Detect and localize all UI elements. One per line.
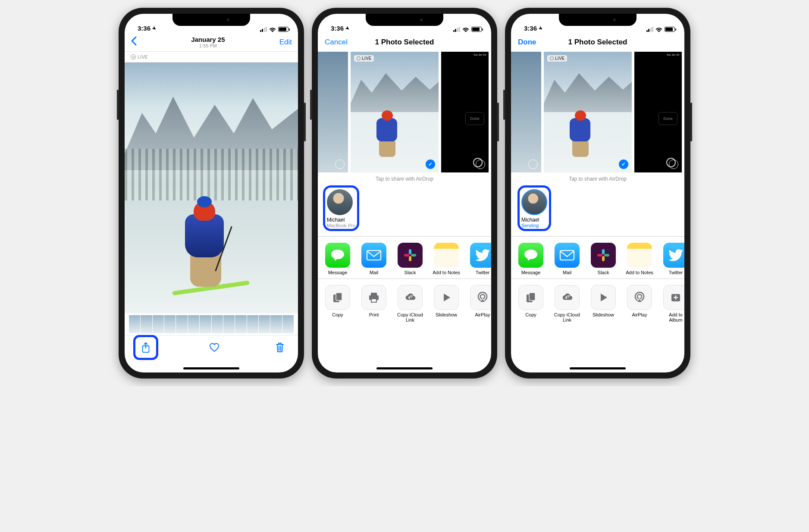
- status-indicators: [260, 27, 289, 32]
- cancel-button[interactable]: Cancel: [325, 38, 351, 47]
- print-icon: [361, 285, 386, 310]
- phone-frame-3: 3:36➤ Done 1 Photo Selected LIVE ✓ Sat J…: [505, 8, 690, 379]
- contact-name: Michael: [327, 217, 355, 223]
- app-notes[interactable]: Add to Notes: [626, 243, 653, 275]
- svg-rect-8: [336, 293, 342, 300]
- share-photo-next[interactable]: Sat Jan 26 Done: [441, 52, 489, 172]
- notch: [366, 14, 443, 26]
- svg-point-23: [637, 294, 642, 299]
- app-mail[interactable]: Mail: [360, 243, 388, 275]
- avatar: [327, 189, 353, 215]
- airplay-icon: [470, 285, 491, 310]
- copy-icon: [518, 285, 543, 310]
- tutorial-highlight-contact: Michael MacBook Pro: [323, 185, 359, 231]
- live-badge: LIVE: [547, 55, 567, 62]
- app-slack[interactable]: Slack: [590, 243, 617, 275]
- cellular-icon: [646, 27, 654, 32]
- action-icloud-link[interactable]: Copy iCloud Link: [396, 285, 424, 322]
- app-twitter[interactable]: Twitter: [662, 243, 684, 275]
- share-button[interactable]: [136, 338, 155, 357]
- copy-icon: [325, 285, 350, 310]
- airdrop-contacts-row: Michael MacBook Pro: [318, 185, 491, 237]
- favorite-button[interactable]: [205, 338, 224, 357]
- app-twitter[interactable]: Twitter: [469, 243, 491, 275]
- cellular-icon: [453, 27, 461, 32]
- share-photo-selected[interactable]: LIVE ✓: [544, 52, 632, 172]
- location-icon: ➤: [537, 25, 544, 32]
- share-photo-strip[interactable]: LIVE ✓ Sat Jan 26 Done: [511, 52, 684, 172]
- slack-icon: [398, 243, 423, 268]
- contact-name: Michael: [521, 217, 547, 223]
- svg-rect-11: [371, 299, 376, 302]
- app-notes[interactable]: Add to Notes: [433, 243, 460, 275]
- action-airplay[interactable]: AirPlay: [626, 285, 653, 322]
- svg-point-13: [480, 294, 485, 299]
- back-button[interactable]: [131, 35, 137, 49]
- app-message[interactable]: Message: [324, 243, 351, 275]
- home-indicator[interactable]: [570, 367, 626, 369]
- add-album-icon: [663, 285, 684, 310]
- battery-icon: [665, 27, 675, 32]
- action-add-album[interactable]: Add to Album: [662, 285, 684, 322]
- app-mail[interactable]: Mail: [553, 243, 581, 275]
- action-slideshow[interactable]: Slideshow: [590, 285, 617, 322]
- action-airplay[interactable]: AirPlay: [469, 285, 491, 322]
- action-icloud-link[interactable]: Copy iCloud Link: [553, 285, 581, 322]
- app-slack[interactable]: Slack: [396, 243, 424, 275]
- location-icon: ➤: [151, 25, 157, 32]
- delete-button[interactable]: [270, 338, 289, 357]
- share-photo-next[interactable]: Sat Jan 26 Done: [634, 52, 682, 172]
- svg-point-1: [331, 250, 344, 259]
- action-slideshow[interactable]: Slideshow: [433, 285, 460, 322]
- play-icon: [591, 285, 616, 310]
- share-actions-row[interactable]: Copy Print Copy iCloud Link Slideshow Ai…: [318, 279, 491, 326]
- svg-rect-17: [604, 254, 609, 257]
- share-actions-row[interactable]: Copy Copy iCloud Link Slideshow AirPlay …: [511, 279, 684, 326]
- photo-toolbar: [125, 335, 298, 359]
- svg-rect-9: [371, 293, 377, 295]
- svg-rect-2: [367, 250, 381, 260]
- airdrop-contacts-row: Michael Sending: [511, 185, 684, 237]
- share-apps-row[interactable]: Message Mail Slack Add to Notes Twitter: [318, 237, 491, 279]
- message-icon: [325, 243, 350, 268]
- phone-frame-2: 3:36➤ Cancel 1 Photo Selected LIVE ✓ Sat: [312, 8, 497, 379]
- notch: [172, 14, 250, 26]
- home-indicator[interactable]: [183, 367, 239, 369]
- battery-icon: [471, 27, 482, 32]
- notes-icon: [627, 243, 652, 268]
- live-photo-badge: LIVE: [125, 52, 298, 63]
- home-indicator[interactable]: [376, 367, 433, 369]
- main-photo[interactable]: [125, 63, 298, 313]
- svg-rect-15: [560, 250, 574, 260]
- airdrop-contact-sending[interactable]: Michael Sending: [515, 185, 553, 231]
- action-copy[interactable]: Copy: [517, 285, 545, 322]
- app-message[interactable]: Message: [517, 243, 545, 275]
- notch: [559, 14, 637, 26]
- status-time: 3:36 ➤: [138, 25, 156, 32]
- photo-thumbnail-strip[interactable]: [125, 313, 298, 335]
- svg-rect-21: [529, 293, 535, 300]
- screen-photo-viewer: 3:36 ➤ January 25 1:55 PM Edit: [125, 14, 298, 372]
- share-photo-strip[interactable]: LIVE ✓ Sat Jan 26 Done: [318, 52, 491, 172]
- live-badge: LIVE: [354, 55, 374, 62]
- share-apps-row[interactable]: Message Mail Slack Add to Notes Twitter: [511, 237, 684, 279]
- svg-rect-6: [404, 254, 409, 257]
- mail-icon: [555, 243, 580, 268]
- svg-rect-16: [602, 249, 605, 254]
- done-button[interactable]: Done: [518, 38, 544, 47]
- share-photo-selected[interactable]: LIVE ✓: [351, 52, 439, 172]
- notes-icon: [434, 243, 459, 268]
- airplay-icon: [627, 285, 652, 310]
- share-nav-bar: Cancel 1 Photo Selected: [318, 33, 491, 52]
- action-copy[interactable]: Copy: [324, 285, 351, 322]
- svg-rect-3: [409, 249, 411, 254]
- screen-share-sending: 3:36➤ Done 1 Photo Selected LIVE ✓ Sat J…: [511, 14, 684, 372]
- share-photo-prev[interactable]: [318, 52, 348, 172]
- edit-button[interactable]: Edit: [279, 38, 292, 47]
- wifi-icon: [655, 27, 662, 32]
- airdrop-contact[interactable]: Michael MacBook Pro: [322, 185, 360, 231]
- airdrop-hint: Tap to share with AirDrop: [318, 172, 491, 185]
- share-photo-prev[interactable]: [511, 52, 541, 172]
- phone-frame-1: 3:36 ➤ January 25 1:55 PM Edit: [119, 8, 304, 379]
- action-print[interactable]: Print: [360, 285, 388, 322]
